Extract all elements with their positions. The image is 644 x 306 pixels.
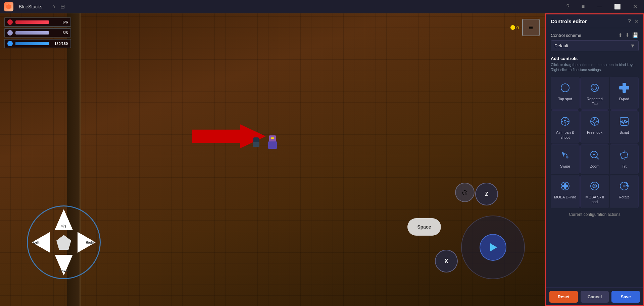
mana-bar-fill <box>15 42 49 45</box>
svg-point-3 <box>591 84 598 91</box>
dpad-left-area[interactable]: Left <box>31 233 51 251</box>
dpad-left-label: Left <box>33 241 39 244</box>
control-item-swipe[interactable]: Swipe <box>551 144 580 174</box>
dpad-up-arrow: Up <box>55 209 73 230</box>
panel-title: Controls editor <box>551 18 587 24</box>
z-button[interactable]: Z <box>475 183 498 205</box>
emoji-button[interactable]: ☺ <box>455 183 475 202</box>
svg-point-43 <box>623 185 625 187</box>
svg-text:</>: </> <box>621 119 628 124</box>
shield-text: 5/5 <box>52 31 68 35</box>
control-item-tap-spot[interactable]: Tap spot <box>551 77 580 110</box>
title-bar: BlueStacks ⌂ ⊟ ? ≡ — ⬜ ✕ <box>0 0 644 13</box>
tap-spot-icon <box>559 82 571 94</box>
scheme-action-buttons: ⬆ ⬇ 💾 <box>618 32 639 38</box>
control-item-script[interactable]: </> Script <box>610 110 639 143</box>
svg-point-4 <box>593 86 597 90</box>
dpad-area: Up Down Left Right <box>27 205 101 279</box>
window-icon[interactable]: ⊟ <box>60 3 65 10</box>
hp-bar-container: 6/6 <box>4 17 71 27</box>
swipe-label: Swipe <box>560 164 570 169</box>
tilt-icon <box>618 149 630 161</box>
svg-marker-42 <box>626 185 628 187</box>
aim-pan-shoot-label: Aim, pan & shoot <box>554 130 577 140</box>
svg-point-2 <box>561 84 569 92</box>
control-item-free-look[interactable]: Free look <box>580 110 609 143</box>
free-look-icon <box>589 115 601 127</box>
svg-rect-9 <box>623 86 626 89</box>
moba-skill-pad-label: MOBA Skill pad <box>583 195 606 204</box>
close-button[interactable]: ✕ <box>630 2 640 11</box>
help-button[interactable]: ? <box>564 2 572 11</box>
controls-panel: Controls editor ? ✕ Control scheme ⬆ ⬇ 💾… <box>545 13 644 306</box>
export-scheme-button[interactable]: ⬇ <box>625 32 630 38</box>
dpad-right-label: Right <box>86 241 94 244</box>
control-item-moba-skill-pad[interactable]: MOBA Skill pad <box>580 175 609 208</box>
home-icon[interactable]: ⌂ <box>52 3 55 10</box>
inventory-button[interactable]: ≡ <box>522 19 540 36</box>
scheme-select[interactable]: Default <box>551 40 639 51</box>
hud-top-right: 0 ≡ <box>510 19 540 36</box>
control-item-rotate[interactable]: Rotate <box>610 175 639 208</box>
hud-top-left: 6/6 5/5 180/180 <box>4 17 71 48</box>
maximize-button[interactable]: ⬜ <box>611 2 624 11</box>
cancel-button[interactable]: Cancel <box>581 291 609 303</box>
dpad-down-area[interactable]: Down <box>55 255 73 276</box>
panel-close-button[interactable]: ✕ <box>634 18 639 24</box>
action-button-inner[interactable] <box>480 234 506 261</box>
x-button[interactable]: X <box>435 250 458 272</box>
reset-button[interactable]: Reset <box>549 291 578 303</box>
panel-help-button[interactable]: ? <box>628 18 631 24</box>
svg-point-17 <box>593 120 596 123</box>
repeated-tap-icon <box>589 82 601 94</box>
dpad-label: D-pad <box>619 97 629 101</box>
svg-point-24 <box>566 156 568 158</box>
control-item-moba-dpad[interactable]: MOBA D-Pad <box>551 175 580 208</box>
svg-marker-0 <box>6 4 11 9</box>
main-area: 6/6 5/5 180/180 0 ≡ <box>0 13 644 306</box>
control-item-repeated-tap[interactable]: Repeated Tap <box>580 77 609 110</box>
add-controls-desc: Click or drag the actions on the screen … <box>551 62 639 73</box>
control-item-tilt[interactable]: Tilt <box>610 144 639 174</box>
heart-icon <box>7 19 13 25</box>
svg-point-15 <box>564 120 566 122</box>
rotate-icon <box>618 180 630 192</box>
coin-icon <box>510 25 515 30</box>
minimize-button[interactable]: — <box>594 2 605 11</box>
coin-display: 0 <box>510 25 519 30</box>
shield-icon <box>7 30 13 36</box>
script-label: Script <box>620 130 629 135</box>
space-button[interactable]: Space <box>407 218 441 236</box>
config-actions-label: Current configuration actions <box>551 212 639 217</box>
panel-body: Control scheme ⬆ ⬇ 💾 Default ▼ Add contr… <box>545 28 644 287</box>
zoom-label: Zoom <box>590 164 599 169</box>
control-item-dpad[interactable]: D-pad <box>610 77 639 110</box>
control-item-aim-pan-shoot[interactable]: Aim, pan & shoot <box>551 110 580 143</box>
zoom-icon <box>589 149 601 161</box>
aim-pan-shoot-icon <box>559 115 571 127</box>
dpad-up-area[interactable]: Up <box>55 209 73 230</box>
dpad-outer-circle: Up Down Left Right <box>27 205 101 279</box>
swipe-icon <box>559 149 571 161</box>
save-scheme-button[interactable]: 💾 <box>632 32 639 38</box>
dpad-center <box>56 235 71 250</box>
window-icons: ⌂ ⊟ <box>52 3 65 10</box>
hp-bar-fill <box>15 20 49 24</box>
dpad-icon <box>618 82 630 94</box>
add-controls-title: Add controls <box>551 56 639 61</box>
import-scheme-button[interactable]: ⬆ <box>618 32 623 38</box>
mana-icon <box>7 41 13 46</box>
dpad-right-area[interactable]: Right <box>76 233 97 251</box>
save-button[interactable]: Save <box>611 291 640 303</box>
menu-button[interactable]: ≡ <box>579 2 587 11</box>
mana-bar-container: 180/180 <box>4 39 71 48</box>
shield-bar-container: 5/5 <box>4 28 71 38</box>
mana-bar-track <box>15 42 49 45</box>
control-item-zoom[interactable]: Zoom <box>580 144 609 174</box>
scheme-label: Control scheme <box>551 33 581 38</box>
coin-count: 0 <box>516 25 519 30</box>
game-character <box>267 135 278 149</box>
free-look-label: Free look <box>587 130 602 135</box>
window-controls: ? ≡ — ⬜ ✕ <box>564 2 640 11</box>
hp-bar-track <box>15 20 49 24</box>
